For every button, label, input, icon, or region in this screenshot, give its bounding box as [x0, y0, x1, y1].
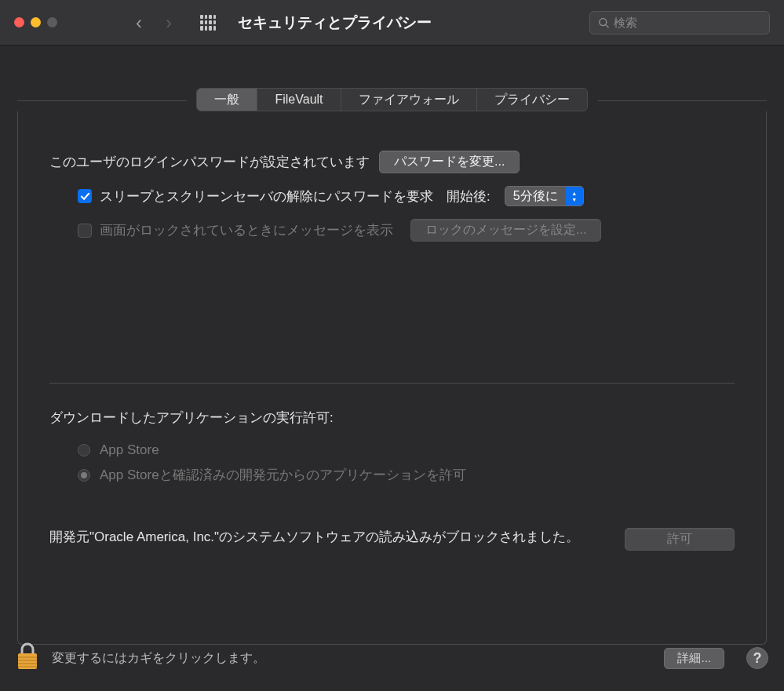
change-password-button[interactable]: パスワードを変更...: [379, 151, 520, 173]
tab-privacy[interactable]: プライバシー: [477, 89, 587, 111]
set-lock-message-button: ロックのメッセージを設定...: [410, 219, 601, 242]
password-set-label: このユーザのログインパスワードが設定されています: [49, 153, 370, 171]
zoom-button: [47, 17, 57, 27]
show-message-label: 画面がロックされているときにメッセージを表示: [100, 221, 393, 239]
lock-hint-text: 変更するにはカギをクリックします。: [52, 650, 651, 667]
blocked-software-text: 開発元"Oracle America, Inc."のシステムソフトウェアの読み込…: [49, 528, 593, 547]
check-icon: [80, 191, 90, 202]
general-panel: このユーザのログインパスワードが設定されています パスワードを変更... スリー…: [17, 111, 767, 645]
close-button[interactable]: [14, 17, 24, 27]
require-password-checkbox[interactable]: [78, 189, 92, 203]
search-icon: [598, 16, 609, 29]
require-password-label: スリープとスクリーンセーバの解除にパスワードを要求 開始後:: [100, 187, 490, 205]
radio-appstore: [78, 444, 90, 456]
svg-line-1: [606, 24, 609, 27]
nav-arrows: ‹ ›: [136, 12, 172, 34]
lock-icon[interactable]: [16, 642, 39, 674]
footer: 変更するにはカギをクリックします。 詳細... ?: [0, 628, 784, 691]
svg-point-0: [600, 18, 607, 25]
show-message-checkbox: [78, 224, 92, 238]
radio-identified: [78, 469, 90, 482]
download-section-title: ダウンロードしたアプリケーションの実行許可:: [49, 409, 735, 427]
back-button[interactable]: ‹: [136, 12, 142, 34]
tab-filevault[interactable]: FileVault: [257, 89, 341, 111]
allow-button[interactable]: 許可: [625, 528, 735, 551]
details-button[interactable]: 詳細...: [664, 648, 724, 669]
tabs: 一般 FileVault ファイアウォール プライバシー: [196, 88, 587, 111]
delay-select[interactable]: 5分後に ▲▼: [505, 186, 584, 206]
window-controls: [14, 17, 57, 27]
search-input[interactable]: [614, 16, 761, 29]
divider: [49, 383, 735, 384]
tab-general[interactable]: 一般: [197, 89, 257, 111]
show-all-icon[interactable]: [200, 15, 216, 31]
forward-button: ›: [166, 12, 172, 34]
window-title: セキュリティとプライバシー: [238, 13, 589, 33]
titlebar: ‹ › セキュリティとプライバシー: [0, 0, 784, 45]
help-button[interactable]: ?: [746, 647, 768, 669]
tab-firewall[interactable]: ファイアウォール: [341, 89, 477, 111]
minimize-button[interactable]: [31, 17, 41, 27]
radio-appstore-label: App Store: [100, 442, 159, 458]
select-arrows-icon: ▲▼: [566, 187, 583, 205]
radio-identified-label: App Storeと確認済みの開発元からのアプリケーションを許可: [100, 466, 466, 484]
delay-select-value: 5分後に: [505, 188, 566, 205]
search-box[interactable]: [589, 11, 770, 35]
